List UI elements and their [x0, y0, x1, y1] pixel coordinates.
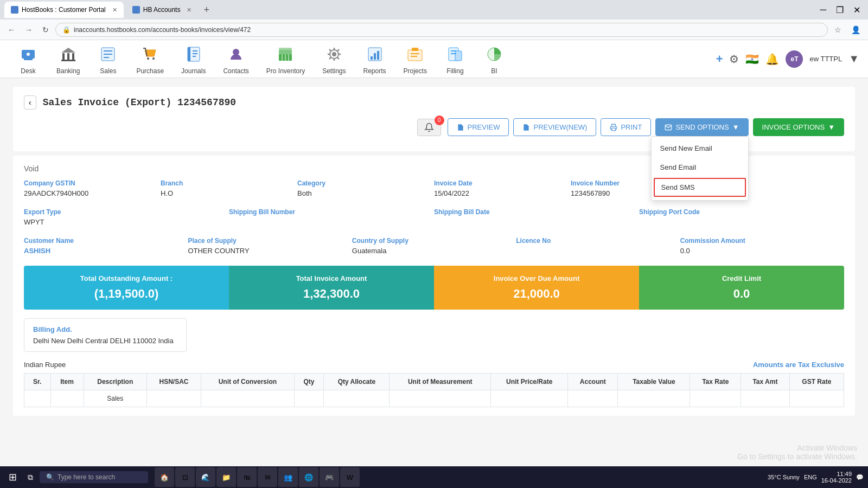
nav-reports[interactable]: Reports — [355, 39, 395, 79]
task-view-button[interactable]: ⧉ — [23, 471, 37, 484]
country-of-supply-label: Country of Supply — [352, 237, 507, 245]
col-account: Account — [568, 374, 618, 390]
reports-icon — [364, 43, 386, 65]
shipping-port-code-label: Shipping Port Code — [639, 208, 835, 216]
back-page-button[interactable]: ‹ — [24, 95, 36, 110]
new-tab-button[interactable]: + — [200, 4, 213, 16]
nav-desk-label: Desk — [21, 67, 35, 75]
tab2-close[interactable]: ✕ — [187, 7, 192, 14]
send-options-label: SEND OPTIONS — [675, 123, 729, 131]
col-hsn-sac: HSN/SAC — [146, 374, 201, 390]
nav-settings[interactable]: Settings — [314, 39, 354, 79]
settings-header-button[interactable]: ⚙ — [729, 53, 739, 66]
branch-value: H.O — [161, 189, 289, 197]
bookmark-button[interactable]: ☆ — [831, 23, 845, 36]
browser-toolbar: ← → ↻ 🔒 inaccounts.hostbooks.com/account… — [0, 20, 868, 40]
nav-filling[interactable]: Filling — [436, 39, 475, 79]
send-new-email-item[interactable]: Send New Email — [652, 139, 748, 158]
settings-icon — [323, 43, 345, 65]
nav-desk[interactable]: Desk — [9, 39, 48, 79]
taskbar-app-teams[interactable]: 👥 — [278, 467, 298, 487]
taskbar-app-windows[interactable]: 🏠 — [155, 467, 174, 487]
svg-rect-33 — [412, 48, 418, 51]
taskbar-app-word[interactable]: W — [340, 467, 360, 487]
send-options-button[interactable]: SEND OPTIONS ▼ — [655, 118, 748, 136]
svg-rect-32 — [408, 50, 422, 61]
search-icon: 🔍 — [46, 473, 54, 481]
tax-note: Amounts are Tax Exclusive — [753, 361, 844, 369]
cell-hsn-sac — [146, 390, 201, 407]
preview-new-button[interactable]: PREVIEW(NEW) — [513, 118, 596, 136]
invoice-row-2: Export Type WPYT Shipping Bill Number Sh… — [24, 208, 844, 226]
svg-rect-4 — [62, 53, 65, 60]
taskbar-app-taskbar[interactable]: ⊡ — [175, 467, 195, 487]
svg-rect-30 — [374, 53, 376, 60]
taskbar-time-block: 11:49 16-04-2022 — [821, 471, 852, 484]
svg-rect-22 — [279, 48, 292, 50]
nav-bi[interactable]: BI — [475, 39, 514, 79]
credit-limit-title: Credit Limit — [648, 274, 835, 282]
invoice-total-title: Total Invoice Amount — [238, 274, 425, 282]
shipping-port-code-group: Shipping Port Code — [639, 208, 844, 226]
close-button[interactable]: ✕ — [850, 4, 864, 16]
tab1-close[interactable]: ✕ — [112, 7, 117, 14]
filling-icon — [444, 43, 466, 65]
col-qty: Qty — [294, 374, 324, 390]
nav-banking[interactable]: Banking — [48, 39, 88, 79]
taskbar-app-game[interactable]: 🎮 — [320, 467, 339, 487]
user-avatar[interactable]: eT — [786, 50, 803, 68]
page-header: ‹ Sales Invoice (Export) 1234567890 — [24, 95, 844, 110]
nav-purchase[interactable]: Purchase — [127, 39, 173, 79]
notification-center-button[interactable]: 💬 — [856, 474, 864, 481]
profile-button[interactable]: 👤 — [848, 23, 864, 36]
svg-rect-37 — [455, 51, 462, 61]
send-email-item[interactable]: Send Email — [652, 158, 748, 177]
taskbar: ⊞ ⧉ 🔍 Type here to search 🏠 ⊡ 🌊 📁 🛍 ✉ 👥 … — [0, 466, 868, 488]
user-dropdown-button[interactable]: ▼ — [848, 53, 859, 65]
tab-2[interactable]: HB Accounts ✕ — [126, 2, 199, 18]
taskbar-app-chrome[interactable]: 🌐 — [299, 467, 318, 487]
back-browser-button[interactable]: ← — [4, 23, 18, 36]
tab-1[interactable]: HostBooks : Customer Portal ✕ — [4, 2, 124, 18]
preview-button[interactable]: PREVIEW — [448, 118, 509, 136]
minimize-button[interactable]: ─ — [817, 4, 829, 16]
nav-journals[interactable]: Journals — [173, 39, 214, 79]
table-header-row: Indian Rupee Amounts are Tax Exclusive — [24, 361, 844, 369]
taskbar-search[interactable]: 🔍 Type here to search — [40, 471, 148, 483]
col-tax-rate: Tax Rate — [690, 374, 741, 390]
notifications-button[interactable]: 🔔 — [765, 53, 779, 66]
maximize-button[interactable]: ❐ — [833, 4, 847, 16]
nav-sales[interactable]: Sales — [88, 39, 127, 79]
cell-item — [50, 390, 84, 407]
cell-tax-amt — [741, 390, 790, 407]
nav-banking-label: Banking — [56, 67, 80, 75]
nav-projects[interactable]: Projects — [395, 39, 436, 79]
place-of-supply-value: OTHER COUNTRY — [188, 247, 343, 255]
print-label: PRINT — [621, 123, 642, 131]
credit-limit-value: 0.0 — [648, 287, 835, 301]
taskbar-app-edge[interactable]: 🌊 — [196, 467, 215, 487]
print-button[interactable]: PRINT — [601, 118, 651, 136]
col-tax-amt: Tax Amt — [741, 374, 790, 390]
taskbar-app-mail[interactable]: ✉ — [258, 467, 277, 487]
taskbar-app-store[interactable]: 🛍 — [237, 467, 257, 487]
send-sms-item[interactable]: Send SMS — [654, 178, 746, 197]
invoice-date-value: 15/04/2022 — [434, 189, 562, 197]
country-of-supply-group: Country of Supply Guatemala — [352, 237, 516, 255]
flag-button[interactable]: 🇮🇳 — [745, 53, 759, 66]
nav-contacts[interactable]: Contacts — [214, 39, 257, 79]
taskbar-app-folder[interactable]: 📁 — [216, 467, 236, 487]
summary-cards: Total Outstanding Amount : (1,19,500.0) … — [24, 266, 844, 310]
address-bar[interactable]: 🔒 inaccounts.hostbooks.com/accounts-book… — [55, 23, 828, 37]
forward-browser-button[interactable]: → — [22, 23, 36, 36]
add-button[interactable]: + — [716, 52, 723, 66]
refresh-button[interactable]: ↻ — [39, 23, 52, 36]
nav-pro-inventory[interactable]: Pro Inventory — [258, 39, 314, 79]
start-button[interactable]: ⊞ — [4, 469, 21, 485]
cell-taxable-value — [618, 390, 690, 407]
category-group: Category Both — [297, 179, 434, 197]
nav-projects-label: Projects — [404, 67, 427, 75]
invoice-options-button[interactable]: INVOICE OPTIONS ▼ — [753, 118, 844, 136]
action-bar: 0 PREVIEW PREVIEW(NEW) PRINT SEND OPTION… — [24, 118, 844, 136]
billing-title: Billing Add. — [33, 325, 177, 333]
